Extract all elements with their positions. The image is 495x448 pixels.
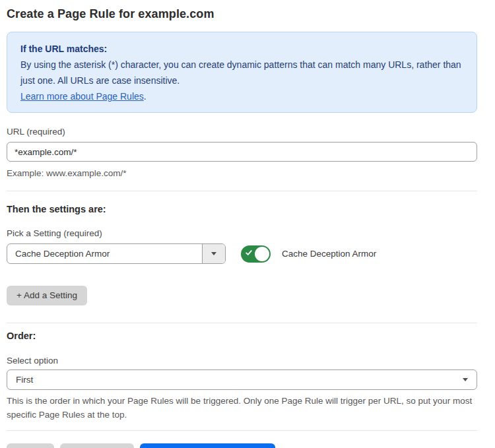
order-helper-text: This is the order in which your Page Rul… [7, 394, 477, 422]
divider [7, 191, 477, 191]
setting-dropdown[interactable]: Cache Deception Armor [7, 243, 226, 264]
order-select-label: Select option [7, 356, 477, 366]
order-section-heading: Order: [7, 331, 477, 341]
order-dropdown-value: First [16, 375, 463, 385]
info-box-heading: If the URL matches: [20, 41, 463, 57]
info-box-body: By using the asterisk (*) character, you… [20, 57, 463, 88]
divider [7, 430, 477, 431]
url-match-info-box: If the URL matches: By using the asteris… [7, 32, 477, 113]
chevron-down-icon [211, 252, 216, 255]
page-rule-form: Create a Page Rule for example.com If th… [7, 7, 477, 448]
order-dropdown[interactable]: First [7, 369, 477, 390]
toggle-knob [255, 247, 269, 261]
page-title: Create a Page Rule for example.com [7, 7, 477, 21]
checkmark-icon [246, 249, 252, 256]
info-box-link-line: Learn more about Page Rules. [20, 88, 463, 104]
setting-dropdown-value: Cache Deception Armor [7, 244, 202, 263]
setting-picker-label: Pick a Setting (required) [7, 228, 477, 238]
learn-more-link[interactable]: Learn more about Page Rules [20, 91, 144, 102]
url-field-label: URL (required) [7, 127, 477, 137]
url-input[interactable] [7, 142, 477, 162]
save-and-deploy-button[interactable]: Save and Deploy Page Rule [140, 443, 276, 448]
chevron-down-icon [463, 378, 468, 381]
cache-deception-armor-toggle[interactable] [241, 245, 271, 263]
url-example-helper: Example: www.example.com/* [7, 166, 477, 180]
toggle-setting-label: Cache Deception Armor [282, 249, 376, 259]
footer-actions: Cancel Save as Draft Save and Deploy Pag… [7, 443, 477, 448]
link-period: . [144, 91, 147, 102]
setting-dropdown-arrow-button[interactable] [202, 244, 225, 263]
setting-row: Cache Deception Armor Cache Deception Ar… [7, 243, 477, 264]
add-setting-button[interactable]: + Add a Setting [7, 286, 87, 305]
cancel-button[interactable]: Cancel [7, 443, 54, 448]
divider [7, 323, 477, 323]
settings-section-heading: Then the settings are: [7, 204, 477, 214]
save-as-draft-button[interactable]: Save as Draft [60, 443, 134, 448]
